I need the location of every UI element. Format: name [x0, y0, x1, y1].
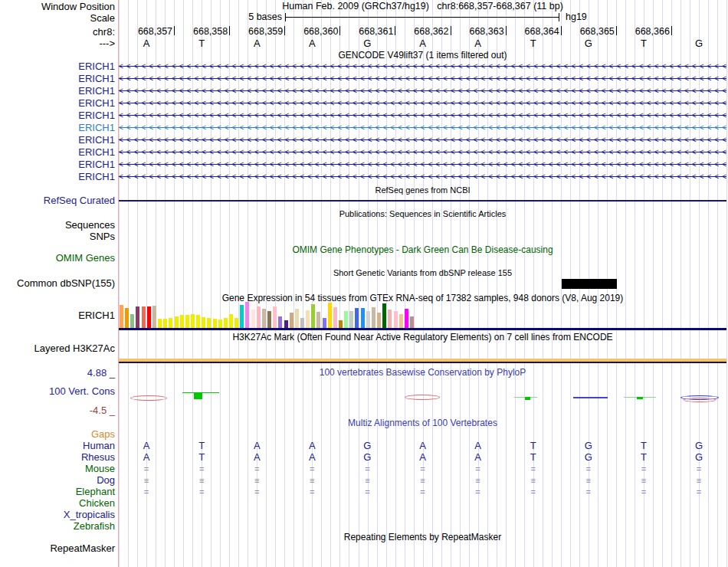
- gencode-gene-transcript[interactable]: <<<<<<<<<<<<<<<<<<<<<<<<<<<<<<<<<<<<<<<<…: [119, 110, 726, 121]
- gencode-gene-label[interactable]: ERICH1: [0, 61, 115, 72]
- multiz-species-label[interactable]: Mouse: [0, 464, 115, 474]
- gtex-tissue-bar: [405, 309, 408, 328]
- multiz-species-label[interactable]: Human: [0, 441, 115, 451]
- gtex-expression-barchart[interactable]: [119, 303, 726, 328]
- gencode-gene-transcript[interactable]: <<<<<<<<<<<<<<<<<<<<<<<<<<<<<<<<<<<<<<<<…: [119, 86, 726, 97]
- multiz-gap-symbol: =: [414, 464, 432, 474]
- refseq-curated-label[interactable]: RefSeq Curated: [0, 195, 115, 206]
- gencode-gene-label[interactable]: ERICH1: [0, 86, 115, 97]
- gtex-gene-label[interactable]: ERICH1: [0, 310, 115, 321]
- gencode-gene-transcript[interactable]: <<<<<<<<<<<<<<<<<<<<<<<<<<<<<<<<<<<<<<<<…: [119, 135, 726, 146]
- gtex-tissue-bar: [382, 303, 386, 328]
- gtex-tissue-bar: [196, 315, 200, 328]
- phylop-min-label: -4.5 _: [0, 405, 115, 416]
- gencode-gene-transcript[interactable]: <<<<<<<<<<<<<<<<<<<<<<<<<<<<<<<<<<<<<<<<…: [119, 74, 726, 84]
- multiz-species-label[interactable]: Chicken: [0, 498, 115, 509]
- multiz-species-label[interactable]: Elephant: [0, 487, 115, 497]
- gencode-gene-transcript[interactable]: <<<<<<<<<<<<<<<<<<<<<<<<<<<<<<<<<<<<<<<<…: [119, 98, 726, 109]
- genome-version: hg19: [566, 12, 596, 22]
- gtex-tissue-bar: [191, 314, 195, 328]
- ruler-tick: [671, 26, 672, 35]
- multiz-gap-symbol: =: [469, 464, 487, 474]
- h3k27ac-track-title[interactable]: H3K27Ac Mark (Often Found Near Active Re…: [119, 333, 726, 342]
- dbsnp-track-title[interactable]: Short Genetic Variants from dbSNP releas…: [119, 268, 726, 278]
- gencode-gene-label[interactable]: ERICH1: [0, 123, 115, 133]
- gtex-tissue-bar: [245, 302, 249, 328]
- reference-base: T: [635, 38, 653, 48]
- multiz-gap-symbol: ≡: [303, 475, 321, 486]
- gtex-tissue-bar: [158, 319, 162, 328]
- gtex-tissue-bar: [240, 305, 244, 328]
- multiz-aligned-base: G: [358, 452, 376, 463]
- phylop-track-title[interactable]: 100 vertebrates Basewise Conservation by…: [119, 368, 726, 378]
- dbsnp-variant-box[interactable]: [562, 279, 617, 289]
- gencode-gene-label[interactable]: ERICH1: [0, 172, 115, 182]
- multiz-aligned-base: G: [579, 452, 598, 463]
- gencode-gene-label[interactable]: ERICH1: [0, 110, 115, 121]
- gencode-gene-transcript[interactable]: <<<<<<<<<<<<<<<<<<<<<<<<<<<<<<<<<<<<<<<<…: [119, 123, 726, 133]
- gtex-tissue-bar: [284, 320, 288, 328]
- multiz-gaps-label[interactable]: Gaps: [0, 429, 115, 440]
- gencode-gene-transcript[interactable]: <<<<<<<<<<<<<<<<<<<<<<<<<<<<<<<<<<<<<<<<…: [119, 172, 726, 182]
- window-coordinates: chr8:668,357-668,367 (11 bp): [437, 1, 562, 11]
- gencode-gene-label[interactable]: ERICH1: [0, 98, 115, 109]
- ruler-coordinate: 668,365: [561, 27, 615, 37]
- gtex-tissue-bar: [377, 313, 381, 328]
- gtex-tissue-bar: [311, 304, 315, 328]
- multiz-aligned-base: G: [358, 441, 376, 451]
- multiz-species-label[interactable]: Dog: [0, 475, 115, 486]
- ruler-coordinate: 668,361: [339, 27, 393, 37]
- multiz-aligned-base: A: [137, 452, 156, 463]
- multiz-gap-symbol: =: [579, 464, 598, 474]
- gtex-tissue-bar: [120, 305, 123, 328]
- gencode-gene-label[interactable]: ERICH1: [0, 74, 115, 84]
- reference-base: G: [690, 38, 708, 48]
- multiz-species-label[interactable]: X_tropicalis: [0, 510, 115, 520]
- gencode-gene-transcript[interactable]: <<<<<<<<<<<<<<<<<<<<<<<<<<<<<<<<<<<<<<<<…: [119, 61, 726, 72]
- multiz-gap-symbol: =: [137, 464, 156, 474]
- multiz-species-label[interactable]: Rhesus: [0, 452, 115, 463]
- reference-base: A: [303, 38, 321, 48]
- repeatmasker-track-label[interactable]: RepeatMasker: [0, 543, 115, 554]
- multiz-track-title[interactable]: Multiz Alignments of 100 Vertebrates: [119, 418, 726, 428]
- publications-sequences-label[interactable]: Sequences: [0, 220, 115, 231]
- multiz-gap-symbol: ≡: [690, 475, 708, 486]
- multiz-aligned-base: G: [579, 441, 598, 451]
- phylop-track-label[interactable]: 100 Vert. Cons: [0, 386, 115, 397]
- multiz-gap-symbol: =: [524, 464, 543, 474]
- reverse-strand-chevrons: <<<<<<<<<<<<<<<<<<<<<<<<<<<<<<<<<<<<<<<<…: [119, 159, 726, 169]
- gtex-tissue-bar: [410, 316, 414, 328]
- phylop-mixed-wiggle-red: [684, 398, 716, 402]
- multiz-gap-symbol: =: [635, 487, 653, 497]
- gtex-tissue-bar: [273, 306, 277, 328]
- multiz-species-label[interactable]: Zebrafish: [0, 521, 115, 532]
- assembly-name: Human Feb. 2009 (GRCh37/hg19): [282, 1, 429, 11]
- ruler-coordinate: 668,362: [395, 27, 449, 37]
- omim-track-title[interactable]: OMIM Gene Phenotypes - Dark Green Can Be…: [119, 245, 726, 255]
- gencode-gene-label[interactable]: ERICH1: [0, 159, 115, 170]
- omim-genes-label[interactable]: OMIM Genes: [0, 253, 115, 264]
- repeatmasker-track-title[interactable]: Repeating Elements by RepeatMasker: [119, 533, 726, 542]
- gencode-gene-label[interactable]: ERICH1: [0, 135, 115, 146]
- h3k27ac-track-label[interactable]: Layered H3K27Ac: [0, 343, 115, 354]
- gtex-tissue-bar: [267, 311, 271, 328]
- multiz-gap-symbol: =: [192, 464, 211, 474]
- gtex-tissue-bar: [136, 306, 139, 328]
- gencode-gene-label[interactable]: ERICH1: [0, 147, 115, 158]
- reference-base: G: [579, 38, 598, 48]
- publications-track-title[interactable]: Publications: Sequences in Scientific Ar…: [119, 209, 726, 219]
- gencode-gene-transcript[interactable]: <<<<<<<<<<<<<<<<<<<<<<<<<<<<<<<<<<<<<<<<…: [119, 147, 726, 158]
- refseq-gene-line[interactable]: [119, 200, 726, 202]
- publications-snps-label[interactable]: SNPs: [0, 231, 115, 242]
- multiz-aligned-base: A: [469, 452, 487, 463]
- gtex-tissue-bar: [394, 311, 398, 328]
- gencode-gene-transcript[interactable]: <<<<<<<<<<<<<<<<<<<<<<<<<<<<<<<<<<<<<<<<…: [119, 159, 726, 170]
- gencode-track-title[interactable]: GENCODE V49lift37 (1 items filtered out): [119, 51, 726, 61]
- refseq-track-title[interactable]: RefSeq genes from NCBI: [119, 185, 726, 195]
- reference-base: A: [414, 38, 432, 48]
- gtex-tissue-bar: [130, 314, 134, 328]
- gtex-tissue-bar: [257, 306, 261, 328]
- gtex-tissue-bar: [175, 316, 179, 328]
- gtex-tissue-bar: [147, 306, 151, 328]
- dbsnp-track-label[interactable]: Common dbSNP(155): [0, 278, 115, 289]
